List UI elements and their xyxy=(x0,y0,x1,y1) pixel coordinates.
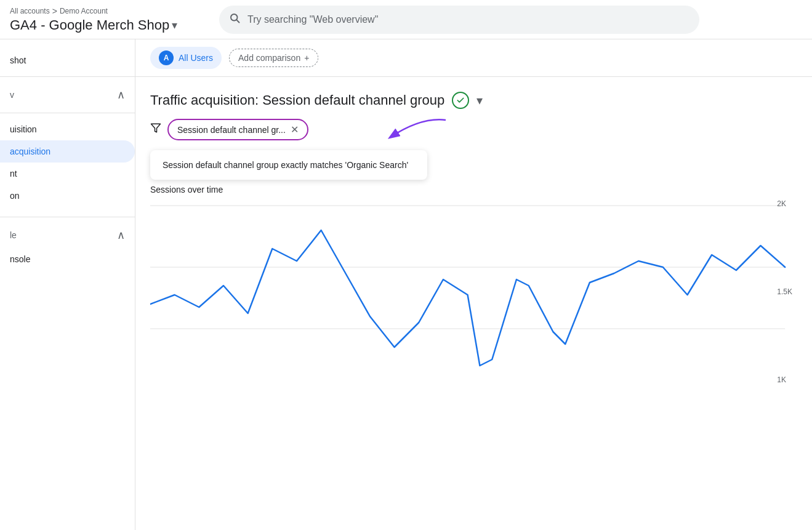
sidebar-item-acquisition-label: acquisition xyxy=(10,147,50,156)
demo-account-link[interactable]: Demo Account xyxy=(60,7,108,15)
property-selector[interactable]: GA4 - Google Merch Shop ▾ xyxy=(10,17,195,33)
search-icon xyxy=(229,12,240,26)
segment-label: All Users xyxy=(179,53,213,63)
y-axis-labels: 2K 1.5K 1K xyxy=(777,199,792,384)
filter-row: Session default channel gr... ✕ xyxy=(150,119,797,140)
sessions-over-time-label: Sessions over time xyxy=(150,185,797,195)
breadcrumb: All accounts > Demo Account xyxy=(10,6,195,16)
add-comparison-button[interactable]: Add comparison + xyxy=(229,49,318,67)
sidebar-item-on-label: on xyxy=(10,191,20,201)
segment-bar: A All Users Add comparison + xyxy=(135,39,812,77)
chart-dropdown-icon[interactable]: ▾ xyxy=(476,93,483,108)
property-name: GA4 - Google Merch Shop xyxy=(10,17,169,33)
svg-marker-2 xyxy=(151,124,161,132)
sidebar-divider-1 xyxy=(0,76,135,77)
tooltip-box: Session default channel group exactly ma… xyxy=(150,150,427,180)
chart-title-row: Traffic acquisition: Session default cha… xyxy=(150,92,797,109)
sidebar-item-uisition-label: uisition xyxy=(10,124,37,134)
filter-chip-text: Session default channel gr... xyxy=(177,125,286,135)
sidebar-bottom-label: le xyxy=(10,230,17,240)
sidebar-item-snapshot-label: shot xyxy=(10,55,26,65)
top-bar: All accounts > Demo Account GA4 - Google… xyxy=(0,0,812,39)
chevron-up-icon: ∧ xyxy=(117,88,125,102)
add-comparison-label: Add comparison xyxy=(238,53,300,63)
search-placeholder: Try searching "Web overview" xyxy=(247,14,378,25)
filter-chip[interactable]: Session default channel gr... ✕ xyxy=(167,119,308,140)
y-axis-low: 1K xyxy=(777,375,792,384)
svg-line-1 xyxy=(236,20,239,22)
sessions-chart-svg xyxy=(150,199,797,390)
sidebar-item-snapshot[interactable]: shot xyxy=(0,49,135,71)
breadcrumb-area: All accounts > Demo Account GA4 - Google… xyxy=(10,6,195,33)
sidebar-section-v[interactable]: v ∧ xyxy=(0,82,135,108)
sidebar-item-acquisition[interactable]: acquisition xyxy=(0,140,135,163)
chevron-up-icon-bottom: ∧ xyxy=(117,228,125,242)
all-accounts-link[interactable]: All accounts xyxy=(10,7,50,15)
sidebar-item-nt-label: nt xyxy=(10,169,17,179)
sidebar-item-nsole[interactable]: nsole xyxy=(0,248,135,270)
sidebar-item-on[interactable]: on xyxy=(0,185,135,207)
y-axis-mid: 1.5K xyxy=(777,287,792,296)
sidebar-item-nt[interactable]: nt xyxy=(0,163,135,185)
search-bar[interactable]: Try searching "Web overview" xyxy=(219,6,699,34)
breadcrumb-separator: > xyxy=(52,6,57,16)
filter-chip-clear[interactable]: ✕ xyxy=(291,124,299,135)
sidebar-divider-bottom xyxy=(0,217,135,217)
chart-container: 2K 1.5K 1K xyxy=(150,199,797,393)
chart-section: Traffic acquisition: Session default cha… xyxy=(135,77,812,393)
sidebar-section-bottom[interactable]: le ∧ xyxy=(0,222,135,248)
sidebar-section-v-label: v xyxy=(10,90,14,100)
main-content: A All Users Add comparison + Traffic acq… xyxy=(135,39,812,530)
chart-title: Traffic acquisition: Session default cha… xyxy=(150,92,444,108)
layout: shot v ∧ uisition acquisition nt on xyxy=(0,39,812,530)
property-dropdown-icon: ▾ xyxy=(172,18,177,32)
add-icon: + xyxy=(304,53,309,63)
tooltip-text: Session default channel group exactly ma… xyxy=(163,160,408,170)
segment-avatar: A xyxy=(159,50,174,65)
sidebar-item-nsole-label: nsole xyxy=(10,254,30,264)
sidebar-divider-2 xyxy=(0,113,135,113)
y-axis-top: 2K xyxy=(777,199,792,208)
verified-icon xyxy=(452,92,469,109)
segment-chip-all-users[interactable]: A All Users xyxy=(150,47,222,69)
arrow-annotation xyxy=(372,114,452,153)
filter-icon xyxy=(150,122,161,137)
sidebar-item-uisition[interactable]: uisition xyxy=(0,118,135,140)
sidebar: shot v ∧ uisition acquisition nt on xyxy=(0,39,135,530)
